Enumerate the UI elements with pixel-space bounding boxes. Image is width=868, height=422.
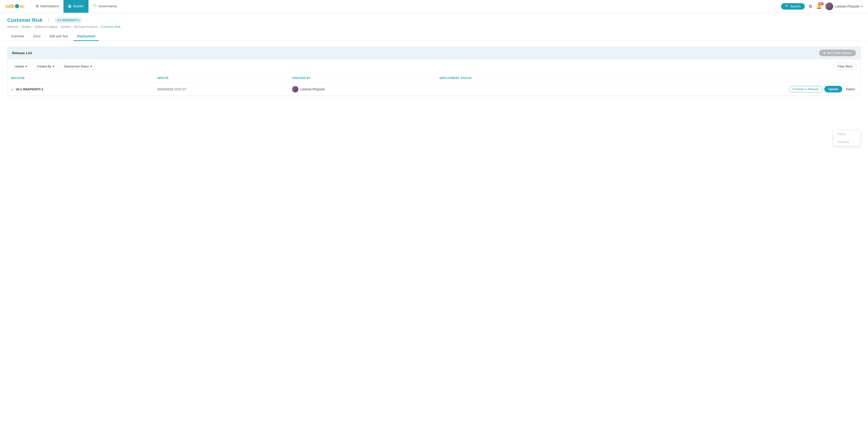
release-date: 2024/03/28 10:07:27	[157, 87, 186, 91]
avatar-image	[826, 2, 833, 10]
logo[interactable]: wit b st	[5, 3, 24, 9]
page-content: Customer Risk ⋮ 0.1-SNAPSHOT-1 ☆ witboos…	[0, 13, 868, 422]
tab-edit-and-test[interactable]: Edit and Test	[46, 32, 72, 41]
new-draft-release-button[interactable]: ⊕ New Draft Release	[819, 50, 856, 56]
created-by-filter-chevron: ▾	[53, 65, 54, 68]
filters-left: Update ▾ Created By ▾ Deployment Status …	[11, 63, 95, 70]
deployment-status-filter-chevron: ▾	[90, 65, 92, 68]
gear-icon: ⚙	[808, 4, 812, 9]
release-date-cell: 2024/03/28 10:07:27	[153, 83, 288, 96]
created-by-cell: Lorenzo Pirazzini	[288, 83, 436, 96]
marketplace-icon: ⊞	[36, 4, 39, 8]
dropdown-deploy-label: Deploy	[837, 132, 846, 135]
nav-governance-label: Governance	[98, 4, 117, 8]
breadcrumb-current: Customer Risk	[101, 25, 121, 28]
governance-icon: 🛡	[93, 4, 97, 8]
update-button[interactable]: Update	[824, 86, 842, 92]
promote-label: Promote to Release	[793, 87, 819, 91]
col-actions	[582, 74, 861, 83]
tabs: Overview Docs Edit and Test Deployment	[7, 32, 861, 41]
clear-filters-button[interactable]: Clear filters	[833, 63, 857, 70]
top-navigation: wit b st ⊞ Marketplace ▦ Builder 🛡 Gover…	[0, 0, 868, 13]
deployment-status-cell	[436, 83, 582, 96]
table-row: ⬦ v0.1-SNAPSHOT-1 2024/03/28 10:07:27 Lo…	[7, 83, 861, 96]
nav-governance[interactable]: 🛡 Governance	[89, 0, 122, 13]
release-name-cell: ⬦ v0.1-SNAPSHOT-1	[7, 83, 153, 96]
user-menu[interactable]: Lorenzo Pirazzini ▾	[826, 2, 863, 10]
tab-docs[interactable]: Docs	[30, 32, 44, 41]
notifications-button[interactable]: 🔔 99+	[816, 4, 822, 9]
col-update: UPDATE	[153, 74, 288, 83]
new-draft-label: New Draft Release	[827, 51, 852, 55]
deploy-label: Deploy	[846, 87, 855, 91]
promote-to-release-button[interactable]: Promote to Release	[789, 86, 823, 92]
release-list-header: Release List ⊕ New Draft Release	[7, 47, 861, 59]
deployment-status-filter-label: Deployment Status	[64, 65, 89, 68]
page-title: Customer Risk	[7, 17, 42, 23]
release-list-title: Release List	[12, 51, 32, 55]
nav-right: 🔍 Search ⚙ 🔔 99+ Lorenzo Pirazzini ▾	[781, 2, 863, 10]
title-row: Customer Risk ⋮ 0.1-SNAPSHOT-1 ☆	[7, 17, 861, 23]
release-table: RELEASE UPDATE CREATED BY DEPLOYMENT STA…	[7, 74, 861, 96]
dropdown-undeploy-label: Undeploy	[837, 140, 849, 144]
search-label: Search	[790, 5, 801, 8]
row-actions: Promote to Release Update Deploy	[585, 86, 857, 92]
update-filter-chevron: ▾	[26, 65, 27, 68]
clear-filters-label: Clear filters	[838, 65, 852, 68]
nav-items: ⊞ Marketplace ▦ Builder 🛡 Governance	[31, 0, 781, 13]
table-body: ⬦ v0.1-SNAPSHOT-1 2024/03/28 10:07:27 Lo…	[7, 83, 861, 96]
more-options-button[interactable]: ⋮	[45, 17, 52, 23]
notification-badge: 99+	[818, 2, 824, 5]
search-icon: 🔍	[785, 5, 789, 8]
update-filter-label: Update	[14, 65, 24, 68]
col-created-by: CREATED BY	[288, 74, 436, 83]
created-by-filter[interactable]: Created By ▾	[33, 63, 58, 70]
nav-builder-label: Builder	[73, 4, 84, 8]
update-action-label: Update	[828, 87, 838, 91]
version-badge: 0.1-SNAPSHOT-1	[55, 18, 82, 23]
breadcrumb-system[interactable]: System	[61, 25, 70, 28]
deployment-status-filter[interactable]: Deployment Status ▾	[61, 63, 95, 70]
tab-overview[interactable]: Overview	[7, 32, 28, 41]
builder-icon: ▦	[68, 4, 71, 8]
col-deployment-status: DEPLOYMENT STATUS	[436, 74, 582, 83]
deploy-button[interactable]: Deploy	[844, 86, 857, 92]
plus-icon: ⊕	[823, 51, 826, 55]
col-release: RELEASE	[7, 74, 153, 83]
favorite-button[interactable]: ☆	[85, 18, 89, 23]
release-name-text: v0.1-SNAPSHOT-1	[16, 87, 43, 91]
avatar	[826, 2, 833, 10]
nav-marketplace-label: Marketplace	[40, 4, 59, 8]
breadcrumb-my-data-products[interactable]: My Data Products	[74, 25, 98, 28]
breadcrumb-witboost[interactable]: witboost	[7, 25, 18, 28]
breadcrumb: witboost / Builder / Software Catalog / …	[7, 25, 861, 28]
user-name: Lorenzo Pirazzini	[835, 5, 859, 8]
release-icon: ⬦	[11, 87, 13, 91]
created-by-name: Lorenzo Pirazzini	[300, 87, 324, 91]
tab-deployment[interactable]: Deployment	[73, 32, 99, 41]
actions-dropdown-menu: Deploy Undeploy	[833, 130, 861, 146]
main-content: Release List ⊕ New Draft Release Update …	[0, 41, 868, 101]
nav-builder[interactable]: ▦ Builder	[63, 0, 89, 13]
created-by: Lorenzo Pirazzini	[292, 86, 432, 92]
user-avatar-small	[292, 86, 299, 92]
dropdown-undeploy-item[interactable]: Undeploy	[833, 138, 860, 146]
release-table-container: Update ▾ Created By ▾ Deployment Status …	[7, 59, 861, 96]
page-header: Customer Risk ⋮ 0.1-SNAPSHOT-1 ☆ witboos…	[0, 13, 868, 41]
table-header: RELEASE UPDATE CREATED BY DEPLOYMENT STA…	[7, 74, 861, 83]
dropdown-deploy-item[interactable]: Deploy	[833, 130, 860, 138]
chevron-down-icon: ▾	[861, 5, 863, 8]
breadcrumb-builder[interactable]: Builder	[22, 25, 31, 28]
breadcrumb-software-catalog[interactable]: Software Catalog	[34, 25, 57, 28]
settings-button[interactable]: ⚙	[808, 4, 812, 9]
release-name: ⬦ v0.1-SNAPSHOT-1	[11, 87, 150, 91]
update-filter[interactable]: Update ▾	[11, 63, 30, 70]
actions-cell: Promote to Release Update Deploy	[582, 83, 861, 96]
created-by-filter-label: Created By	[37, 65, 52, 68]
nav-marketplace[interactable]: ⊞ Marketplace	[31, 0, 64, 13]
search-button[interactable]: 🔍 Search	[781, 3, 805, 9]
filters-row: Update ▾ Created By ▾ Deployment Status …	[7, 59, 861, 74]
